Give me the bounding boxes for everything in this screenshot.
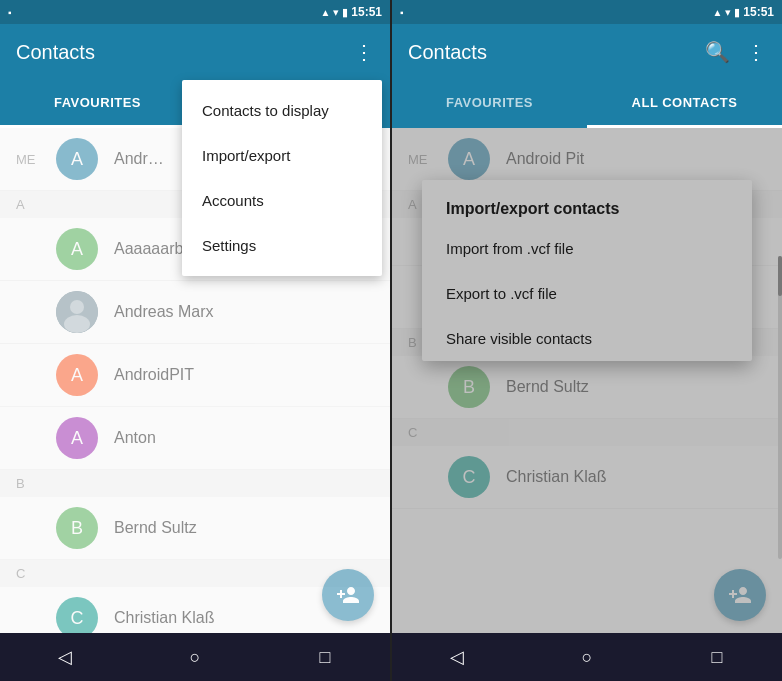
sim-icon: ▪ xyxy=(8,7,12,18)
recents-button-left[interactable]: □ xyxy=(301,633,349,681)
add-person-icon-left xyxy=(336,583,360,607)
left-phone-panel: ▪ ▲ ▾ ▮ 15:51 Contacts ⋮ FAVOURITES ALL … xyxy=(0,0,390,681)
dropdown-item-settings[interactable]: Settings xyxy=(182,223,382,268)
dropdown-item-accounts[interactable]: Accounts xyxy=(182,178,382,223)
back-button-right[interactable]: ◁ xyxy=(433,633,481,681)
sim-icon-right: ▪ xyxy=(400,7,404,18)
svg-point-1 xyxy=(70,300,84,314)
avatar-androidpit: A xyxy=(56,354,98,396)
right-tabs-bar: FAVOURITES ALL CONTACTS xyxy=(392,80,782,128)
avatar-photo-andreas xyxy=(56,291,98,333)
avatar-christian-left: C xyxy=(56,597,98,633)
contact-name-andreas: Andreas Marx xyxy=(114,303,214,321)
back-button-left[interactable]: ◁ xyxy=(41,633,89,681)
section-me: ME xyxy=(16,152,40,167)
contact-row-androidpit[interactable]: A AndroidPIT xyxy=(0,344,390,407)
more-icon[interactable]: ⋮ xyxy=(354,40,374,64)
right-status-bar: ▪ ▲ ▾ ▮ 15:51 xyxy=(392,0,782,24)
left-dropdown-menu: Contacts to display Import/export Accoun… xyxy=(182,80,382,276)
section-header-b-left: B xyxy=(0,470,390,497)
search-icon-right[interactable]: 🔍 xyxy=(705,40,730,64)
right-status-icons: ▪ xyxy=(400,7,404,18)
home-button-left[interactable]: ○ xyxy=(171,633,219,681)
signal-icon: ▲ xyxy=(320,7,330,18)
more-icon-right[interactable]: ⋮ xyxy=(746,40,766,64)
left-clock: 15:51 xyxy=(351,5,382,19)
left-status-icons: ▪ xyxy=(8,7,12,18)
left-app-bar-icons: ⋮ xyxy=(354,40,374,64)
tab-favourites-right[interactable]: FAVOURITES xyxy=(392,80,587,128)
avatar-me: A xyxy=(56,138,98,180)
right-nav-bar: ◁ ○ □ xyxy=(392,633,782,681)
avatar-anton-left: A xyxy=(56,417,98,459)
wifi-icon: ▾ xyxy=(333,6,339,19)
tab-favourites-left[interactable]: FAVOURITES xyxy=(0,80,195,128)
home-button-right[interactable]: ○ xyxy=(563,633,611,681)
dropdown-item-contacts-to-display[interactable]: Contacts to display xyxy=(182,88,382,133)
fab-add-contact-left[interactable] xyxy=(322,569,374,621)
left-app-bar: Contacts ⋮ xyxy=(0,24,390,80)
left-nav-bar: ◁ ○ □ xyxy=(0,633,390,681)
battery-icon-right: ▮ xyxy=(734,6,740,19)
dropdown-item-import-export[interactable]: Import/export xyxy=(182,133,382,178)
left-status-bar: ▪ ▲ ▾ ▮ 15:51 xyxy=(0,0,390,24)
recents-button-right[interactable]: □ xyxy=(693,633,741,681)
contact-row-andreas[interactable]: Andreas Marx xyxy=(0,281,390,344)
right-clock: 15:51 xyxy=(743,5,774,19)
contact-name-bernd-left: Bernd Sultz xyxy=(114,519,197,537)
left-app-title: Contacts xyxy=(16,41,354,64)
tab-all-contacts-right[interactable]: ALL CONTACTS xyxy=(587,80,782,128)
right-status-right: ▲ ▾ ▮ 15:51 xyxy=(712,5,774,19)
left-status-right: ▲ ▾ ▮ 15:51 xyxy=(320,5,382,19)
signal-icon-right: ▲ xyxy=(712,7,722,18)
battery-icon: ▮ xyxy=(342,6,348,19)
right-app-bar-icons: 🔍 ⋮ xyxy=(705,40,766,64)
wifi-icon-right: ▾ xyxy=(725,6,731,19)
avatar-aaaaaarbeit: A xyxy=(56,228,98,270)
contact-name-anton-left: Anton xyxy=(114,429,156,447)
contact-row-bernd-left[interactable]: B Bernd Sultz xyxy=(0,497,390,560)
right-app-bar: Contacts 🔍 ⋮ xyxy=(392,24,782,80)
right-phone-panel: ▪ ▲ ▾ ▮ 15:51 Contacts 🔍 ⋮ FAVOURITES AL… xyxy=(392,0,782,681)
contact-name-christian-left: Christian Klaß xyxy=(114,609,214,627)
svg-point-2 xyxy=(64,315,90,333)
contact-name-androidpit: AndroidPIT xyxy=(114,366,194,384)
contact-row-anton-left[interactable]: A Anton xyxy=(0,407,390,470)
contact-name-me: Andr… xyxy=(114,150,164,168)
dialog-overlay-right xyxy=(392,128,782,633)
avatar-bernd-left: B xyxy=(56,507,98,549)
right-app-title: Contacts xyxy=(408,41,705,64)
avatar-andreas xyxy=(56,291,98,333)
